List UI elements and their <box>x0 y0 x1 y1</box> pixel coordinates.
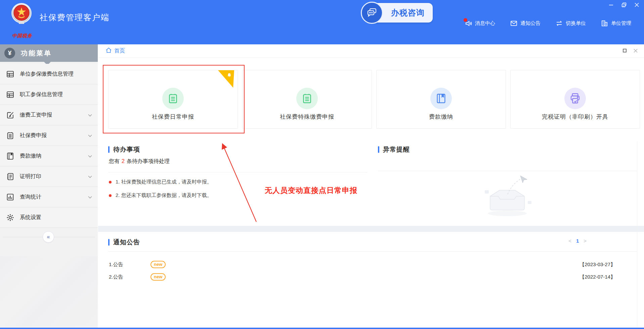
minimize-button[interactable] <box>608 2 614 7</box>
todo-item-text: 1. 社保费预处理信息已生成，请及时申报。 <box>116 179 212 185</box>
app-window: 中国税务 社保费管理客户端 办税咨询 消息 <box>0 0 644 329</box>
close-tab-icon[interactable] <box>633 48 638 53</box>
chevron-down-icon <box>88 195 92 200</box>
nav-label: 消息中心 <box>475 20 495 27</box>
nav-message-center[interactable]: 消息中心 <box>465 19 495 27</box>
card-daily-declaration[interactable]: 社保费日常申报 <box>108 70 238 129</box>
card-special-declaration[interactable]: 社保费特殊缴费申报 <box>242 70 372 129</box>
sidebar-item-label: 职工参保信息管理 <box>20 91 63 98</box>
nav-switch-unit[interactable]: 切换单位 <box>555 19 586 27</box>
empty-inbox-illustration <box>479 175 539 219</box>
sidebar: ¥ 功能菜单 单位参保缴费信息管理 职工参保信息管理 <box>0 44 98 328</box>
card-label: 社保费日常申报 <box>152 113 194 121</box>
sidebar-item-label: 查询统计 <box>20 194 41 201</box>
home-icon <box>105 47 112 55</box>
new-badge: new <box>151 261 166 268</box>
sidebar-item-certificate-print[interactable]: 证明打印 <box>0 166 98 187</box>
app-header: 中国税务 社保费管理客户端 办税咨询 消息 <box>0 0 644 44</box>
chat-bubble-icon[interactable] <box>361 2 383 24</box>
card-label: 费款缴纳 <box>429 113 453 121</box>
sidebar-item-wage-declaration[interactable]: 缴费工资申报 <box>0 105 98 125</box>
next-page-button[interactable]: > <box>584 238 587 244</box>
clipboard-icon <box>6 131 14 140</box>
todo-summary: 您有2条待办事项待处理 <box>109 158 170 165</box>
chevron-down-icon <box>88 113 92 118</box>
todo-item: 2. 您还未下载职工参保数据，请及时下载。 <box>109 192 212 199</box>
sidebar-item-label: 证明打印 <box>20 173 41 180</box>
section-accent-bar <box>378 146 379 153</box>
red-dot-icon <box>109 194 112 197</box>
edit-icon <box>6 111 14 119</box>
alerts-title: 异常提醒 <box>383 145 410 154</box>
todo-panel: 待办事项 您有2条待办事项待处理 1. 社保费预处理信息已生成，请及时申报。 2… <box>108 141 368 226</box>
restore-button[interactable] <box>621 2 627 7</box>
sidebar-item-query-statistics[interactable]: 查询统计 <box>0 187 98 207</box>
new-badge: new <box>151 273 166 281</box>
nav-notice-announcement[interactable]: 通知公告 <box>510 19 541 27</box>
card-label: 完税证明（非印刷）开具 <box>542 113 608 121</box>
todo-count: 2 <box>122 158 125 164</box>
divider <box>108 251 637 252</box>
notice-row: 2.公告 new 【2022-07-14】 <box>109 273 626 281</box>
divider <box>108 172 368 172</box>
logo-caption: 中国税务 <box>9 33 35 39</box>
nav-label: 通知公告 <box>520 20 541 27</box>
alerts-panel: 异常提醒 <box>378 141 637 226</box>
card-fee-payment[interactable]: 费款缴纳 <box>376 70 506 129</box>
function-menu-title: 功能菜单 <box>21 49 52 58</box>
content-right-divider <box>637 141 637 329</box>
speaker-icon <box>465 19 472 27</box>
mail-icon <box>510 19 518 27</box>
notices-panel: 通知公告 < 1 > 1.公告 new 【2023-03-27】 2.公告 ne… <box>108 232 637 328</box>
bar-chart-icon <box>6 193 14 201</box>
nav-unit-management[interactable]: 单位管理 <box>601 19 631 27</box>
chevron-down-icon <box>88 174 92 179</box>
unread-badge <box>464 18 467 22</box>
table-icon <box>6 70 14 78</box>
sidebar-watermark <box>0 256 98 327</box>
app-title: 社保费管理客户端 <box>40 12 110 23</box>
prev-page-button[interactable]: < <box>568 238 571 244</box>
tax-consult-label: 办税咨询 <box>391 7 425 18</box>
card-label: 社保费特殊缴费申报 <box>280 113 334 121</box>
sidebar-collapse-button[interactable]: « <box>43 231 54 243</box>
chevron-down-icon <box>88 154 92 159</box>
tab-home[interactable]: 首页 <box>105 47 125 55</box>
divider <box>378 171 637 171</box>
todo-item: 1. 社保费预处理信息已生成，请及时申报。 <box>109 179 212 185</box>
yen-circle-icon: ¥ <box>4 48 15 58</box>
todo-item-text: 2. 您还未下载职工参保数据，请及时下载。 <box>116 192 212 199</box>
function-menu-header: ¥ 功能菜单 <box>0 44 98 62</box>
page-number[interactable]: 1 <box>576 238 579 244</box>
sidebar-menu: 单位参保缴费信息管理 职工参保信息管理 缴费工资申报 <box>0 64 98 228</box>
bell-corner-badge <box>218 70 234 88</box>
maximize-tab-icon[interactable] <box>622 48 627 53</box>
card-tax-certificate[interactable]: 完税证明（非印刷）开具 <box>510 70 640 129</box>
main-content: 首页 社保费日常申报 <box>98 44 644 328</box>
notices-title: 通知公告 <box>113 238 140 247</box>
todo-title: 待办事项 <box>113 145 140 154</box>
red-dot-icon <box>109 181 112 183</box>
certificate-icon <box>6 172 14 181</box>
sidebar-item-social-fee-declaration[interactable]: 社保费申报 <box>0 125 98 146</box>
sidebar-item-fee-payment[interactable]: 费款缴纳 <box>0 146 98 166</box>
sidebar-item-label: 费款缴纳 <box>20 153 41 160</box>
close-button[interactable] <box>634 2 639 7</box>
notice-row: 1.公告 new 【2023-03-27】 <box>109 260 626 269</box>
section-accent-bar <box>108 146 110 153</box>
sidebar-item-system-settings[interactable]: 系统设置 <box>0 207 98 228</box>
sidebar-item-label: 社保费申报 <box>20 132 47 139</box>
table-icon <box>6 90 14 99</box>
notice-link[interactable]: 1.公告 <box>109 261 151 268</box>
sidebar-item-label: 系统设置 <box>20 214 41 221</box>
notice-date: 【2023-03-27】 <box>579 261 615 268</box>
nav-label: 切换单位 <box>566 20 586 27</box>
notice-link[interactable]: 2.公告 <box>109 274 151 280</box>
sidebar-item-unit-insurance-info[interactable]: 单位参保缴费信息管理 <box>0 64 98 84</box>
sidebar-item-label: 缴费工资申报 <box>20 112 52 119</box>
tab-bar: 首页 <box>98 44 644 58</box>
tab-home-label: 首页 <box>114 47 125 54</box>
notice-date: 【2022-07-14】 <box>579 274 615 280</box>
tab-panel-controls <box>622 48 638 53</box>
sidebar-item-employee-insurance-info[interactable]: 职工参保信息管理 <box>0 84 98 105</box>
